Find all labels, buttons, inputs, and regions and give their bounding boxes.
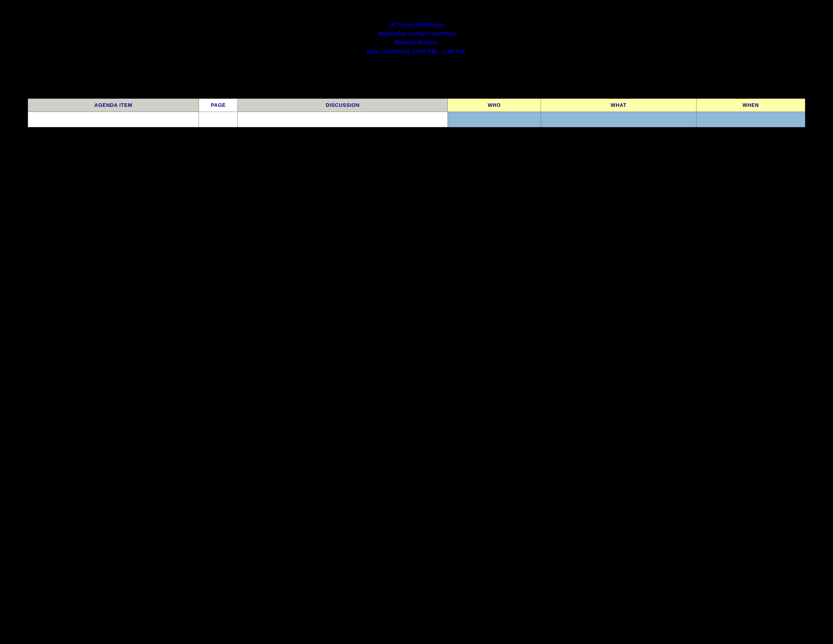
header-line3: Meeting Minutes bbox=[303, 38, 530, 47]
table-section: AGENDA ITEM PAGE DISCUSSION WHO WHAT WHE… bbox=[28, 98, 805, 127]
col-header-when: WHEN bbox=[696, 99, 805, 112]
col-header-discussion: DISCUSSION bbox=[238, 99, 447, 112]
col-header-page: PAGE bbox=[199, 99, 238, 112]
cell-who bbox=[447, 112, 541, 127]
meeting-minutes-table: AGENDA ITEM PAGE DISCUSSION WHO WHAT WHE… bbox=[28, 98, 805, 127]
header-section: UC Irvine Healthcare Medication Safety C… bbox=[303, 20, 530, 56]
page-content: UC Irvine Healthcare Medication Safety C… bbox=[0, 0, 833, 644]
cell-discussion bbox=[238, 112, 447, 127]
table-header-row: AGENDA ITEM PAGE DISCUSSION WHO WHAT WHE… bbox=[28, 99, 805, 112]
header-line2: Medication Safety Committee bbox=[303, 29, 530, 38]
cell-when bbox=[696, 112, 805, 127]
table-row bbox=[28, 112, 805, 127]
cell-page bbox=[199, 112, 238, 127]
col-header-who: WHO bbox=[447, 99, 541, 112]
cell-agenda-item bbox=[28, 112, 199, 127]
header-line1: UC Irvine Healthcare bbox=[303, 20, 530, 29]
header-line4: Date: 12/20/2011 12:00 P.M. - 2:00 P.M. bbox=[303, 47, 530, 56]
col-header-what: WHAT bbox=[541, 99, 696, 112]
cell-what bbox=[541, 112, 696, 127]
col-header-agenda-item: AGENDA ITEM bbox=[28, 99, 199, 112]
